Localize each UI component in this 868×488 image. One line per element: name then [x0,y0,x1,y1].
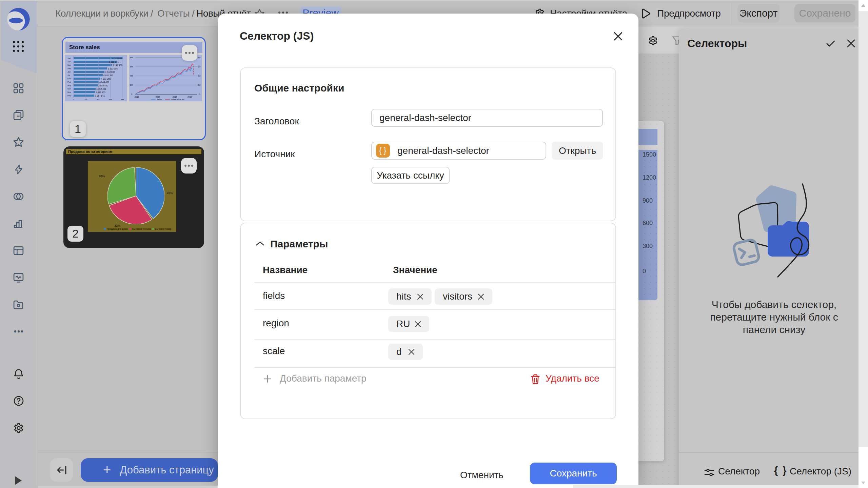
svg-text:Sales Forecast: Sales Forecast [171,98,184,100]
svg-text:6M: 6M [198,66,200,68]
svg-text:4 211 356: 4 211 356 [101,78,111,80]
svg-text:0: 0 [131,93,133,95]
svg-text:0: 0 [73,99,74,101]
svg-text:8M: 8M [121,99,124,101]
svg-text:4M: 4M [97,99,99,101]
svg-text:2016: 2016 [135,96,139,98]
svg-text:Sales: Sales [157,98,162,100]
svg-text:2019: 2019 [188,96,192,98]
svg-text:2M: 2M [84,99,87,101]
svg-text:Jul: Jul [67,74,70,76]
svg-text:Sep: Sep [67,67,71,69]
svg-text:Nov: Nov [67,91,71,93]
svg-text:Jan: Jan [67,57,71,59]
svg-text:6M: 6M [109,99,112,101]
svg-text:3 147 456: 3 147 456 [113,64,122,66]
svg-text:Бытовая техника: Бытовая техника [132,228,151,230]
svg-text:3 954 445: 3 954 445 [98,84,108,87]
svg-text:2018: 2018 [173,96,177,98]
svg-text:May: May [67,95,71,97]
svg-text:3 431 405: 3 431 405 [96,91,105,94]
svg-text:3 257 541: 3 257 541 [95,95,105,97]
svg-text:4 631 343: 4 631 343 [103,74,113,77]
svg-text:5 313 356: 5 313 356 [108,67,118,70]
svg-text:2M: 2M [198,84,200,86]
svg-text:Бытовой товар: Бытовой товар [155,228,172,230]
svg-text:4M: 4M [130,75,133,77]
svg-text:4 510 868: 4 510 868 [112,57,122,60]
svg-text:6M: 6M [130,66,133,68]
svg-text:4M: 4M [198,75,200,77]
svg-text:2M: 2M [130,84,133,86]
svg-text:3 965 271: 3 965 271 [109,61,119,63]
svg-text:Mar: Mar [67,64,71,66]
svg-text:8M: 8M [198,57,200,59]
svg-text:Dec: Dec [67,78,71,80]
svg-text:4 044 491: 4 044 491 [99,81,109,83]
svg-text:Jun: Jun [67,71,71,73]
svg-text:4 152 491: 4 152 491 [96,88,106,90]
svg-text:8M: 8M [130,57,133,59]
svg-text:2017: 2017 [156,96,160,98]
svg-text:Aug: Aug [67,84,71,86]
svg-text:Feb: Feb [67,81,71,83]
svg-text:Продажа для дома: Продажа для дома [107,228,128,230]
svg-text:Apr: Apr [67,61,71,63]
svg-text:Oct: Oct [67,88,71,90]
svg-text:4 742 830: 4 742 830 [105,71,115,73]
svg-text:0: 0 [199,93,200,95]
